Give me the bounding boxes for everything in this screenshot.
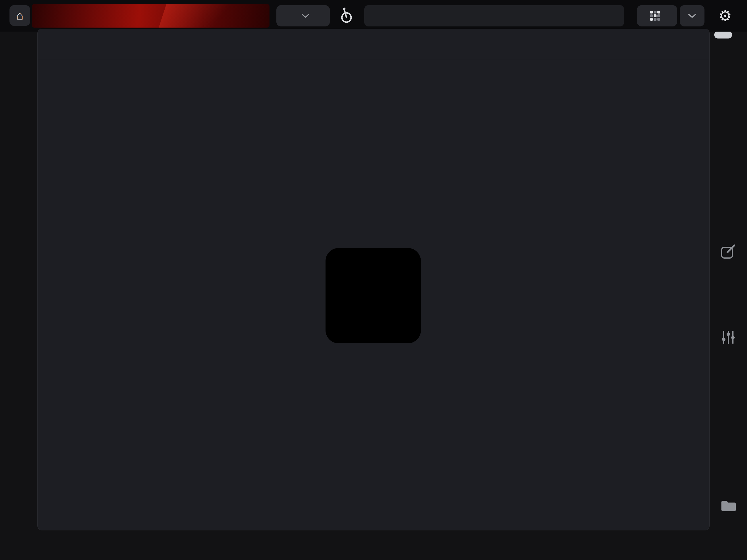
chevron-down-icon [302, 14, 309, 18]
folder-icon [721, 500, 736, 512]
rec-button[interactable] [637, 5, 677, 26]
edit-pencil-icon [720, 244, 737, 260]
mode-tabs [364, 5, 624, 26]
mixer-button[interactable] [710, 330, 747, 345]
unmix-modal [37, 29, 710, 530]
bpm-button[interactable] [276, 5, 330, 26]
unmix-visualization [37, 29, 710, 530]
chevron-down-icon [688, 13, 696, 18]
home-icon: ⌂ [16, 9, 23, 22]
right-toolbar [710, 0, 747, 560]
scrollbar-thumb[interactable] [714, 31, 732, 39]
metronome-icon [338, 7, 355, 24]
settings-button[interactable]: ⚙ [714, 5, 736, 26]
gear-icon: ⚙ [719, 7, 732, 24]
topbar: ⌂ ⚙ [0, 0, 747, 32]
metronome-button[interactable] [338, 7, 355, 25]
progress-box [326, 248, 421, 343]
modal-header [37, 29, 710, 60]
sliders-icon [721, 330, 736, 345]
pad-grid-icon [650, 11, 660, 21]
collapse-button[interactable] [680, 5, 704, 26]
notification-dot [741, 2, 744, 6]
home-button[interactable]: ⌂ [9, 5, 30, 26]
files-button[interactable] [710, 500, 747, 512]
edit-button[interactable] [710, 244, 747, 260]
project-banner[interactable] [32, 4, 269, 28]
